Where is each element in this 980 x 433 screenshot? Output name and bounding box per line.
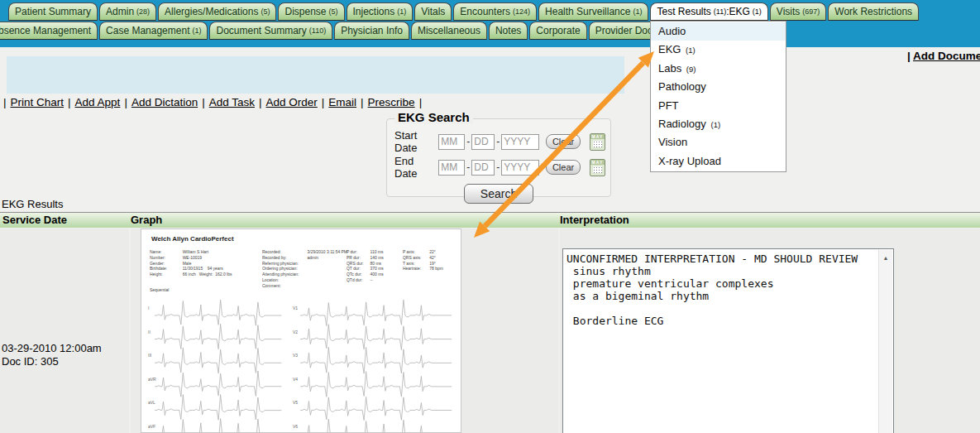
start-month-input[interactable] — [438, 134, 465, 150]
tab-case-management[interactable]: Case Management(1) — [99, 22, 208, 40]
measurements-block-1: P dur:110 msPR dur:140 msQRS dur:80 msQT… — [347, 249, 403, 283]
ekg-graph-thumbnail[interactable]: Welch Allyn CardioPerfect Name:William S… — [141, 229, 461, 433]
svg-text:aVL: aVL — [148, 400, 155, 405]
pipe: | — [3, 96, 7, 108]
end-day-input[interactable] — [471, 160, 495, 176]
svg-text:V5: V5 — [293, 400, 298, 405]
report-title: Welch Allyn CardioPerfect — [151, 235, 234, 243]
test-results-dropdown: AudioEKG (1)Labs (9)PathologyPFTRadiolog… — [650, 21, 786, 172]
tab-work-restrictions[interactable]: Work Restrictions — [828, 2, 919, 21]
tab-visits[interactable]: Visits(697) — [770, 2, 826, 21]
pipe: | — [419, 96, 423, 108]
svg-text:V4: V4 — [293, 377, 298, 382]
end-year-input[interactable] — [501, 160, 539, 176]
pipe: | — [322, 96, 325, 108]
interpretation-text: UNCONFIRMED INTERPRETATION - MD SHOULD R… — [563, 249, 893, 330]
dropdown-item-x-ray-upload[interactable]: X-ray Upload — [651, 152, 786, 171]
add-document-link[interactable]: Add Document — [913, 50, 980, 62]
tab-row-2: Absence ManagementCase Management(1)Docu… — [0, 21, 980, 40]
search-button-row: Search — [387, 184, 610, 204]
date-separator: - — [496, 161, 500, 173]
scrollbar[interactable]: ▲ — [878, 250, 892, 433]
results-table-header: Service Date Graph Interpretation — [0, 212, 980, 228]
ekg-search-panel: Start Date - - Clear MAY End Date - - Cl… — [386, 118, 611, 197]
svg-text:II: II — [148, 330, 151, 334]
action-links: |Print Chart|Add Appt|Add Dictation|Add … — [2, 96, 423, 108]
tab-row-1: Patient SummaryAdmin(28)Allergies/Medica… — [0, 0, 980, 21]
service-date-text: 03-29-2010 12:00am Doc ID: 305 — [2, 342, 102, 368]
tab-absence-management[interactable]: Absence Management — [0, 22, 98, 40]
patient-info-block: Name:William S HartNumber:WE-10019Gender… — [150, 249, 252, 277]
end-date-row: End Date - - Clear MAY — [394, 158, 605, 176]
doc-id-value: Doc ID: 305 — [2, 355, 102, 368]
tab-injections[interactable]: Injections(1) — [347, 2, 414, 21]
calendar-month-label: MAY — [590, 134, 605, 139]
tab-health-surveillance[interactable]: Health Surveillance(1) — [538, 2, 648, 21]
tab-corporate[interactable]: Corporate — [529, 22, 586, 40]
add-dictation-link[interactable]: Add Dictation — [131, 96, 198, 108]
scroll-up-icon: ▲ — [879, 255, 892, 261]
start-year-input[interactable] — [501, 134, 539, 150]
tab-dispense[interactable]: Dispense(5) — [278, 2, 344, 21]
calendar-grid — [593, 141, 602, 147]
tab-document-summary[interactable]: Document Summary(110) — [209, 22, 332, 40]
tab-physician-info[interactable]: Physician Info — [334, 22, 409, 40]
svg-text:V3: V3 — [293, 353, 298, 358]
ekg-search-legend: EKG Search — [394, 110, 473, 124]
pipe: | — [68, 96, 71, 108]
dropdown-item-audio[interactable]: Audio — [651, 22, 786, 41]
svg-text:V6: V6 — [293, 424, 298, 429]
pipe: | — [907, 50, 913, 62]
dropdown-item-vision[interactable]: Vision — [651, 133, 786, 152]
end-date-clear-button[interactable]: Clear — [546, 160, 581, 175]
add-task-link[interactable]: Add Task — [209, 96, 255, 108]
tab-miscellaneous[interactable]: Miscellaneous — [411, 22, 487, 40]
start-date-row: Start Date - - Clear MAY — [394, 132, 605, 151]
service-date-value: 03-29-2010 12:00am — [2, 342, 102, 355]
prescribe-link[interactable]: Prescribe — [368, 96, 415, 108]
tab-vitals[interactable]: Vitals — [414, 2, 452, 21]
print-chart-link[interactable]: Print Chart — [11, 96, 65, 108]
tab-allergies-medications[interactable]: Allergies/Medications(5) — [158, 2, 276, 21]
end-month-input[interactable] — [438, 160, 465, 176]
dropdown-item-radiology[interactable]: Radiology (1) — [651, 115, 786, 133]
ekg-waveforms: IV1IIV2IIIV3aVRV4aVLV5aVFV6 — [143, 299, 461, 433]
svg-text:aVR: aVR — [148, 377, 156, 382]
dropdown-item-labs[interactable]: Labs (9) — [651, 60, 786, 78]
ekg-results-title: EKG Results — [2, 198, 63, 210]
svg-text:I: I — [148, 306, 149, 310]
end-date-calendar-icon[interactable]: MAY — [590, 159, 605, 176]
tab-patient-summary[interactable]: Patient Summary — [8, 2, 98, 21]
calendar-grid — [593, 166, 602, 173]
start-date-clear-button[interactable]: Clear — [546, 134, 581, 149]
tab-test-results[interactable]: Test Results(11):EKG(1) — [650, 2, 767, 21]
interpretation-textarea[interactable]: UNCONFIRMED INTERPRETATION - MD SHOULD R… — [562, 248, 894, 433]
dropdown-item-ekg[interactable]: EKG (1) — [651, 41, 786, 59]
date-separator: - — [466, 161, 470, 173]
tab-notes[interactable]: Notes — [489, 22, 528, 40]
dropdown-item-pathology[interactable]: Pathology — [651, 78, 786, 96]
service-date-cell — [0, 229, 129, 433]
calendar-month-label: MAY — [590, 160, 605, 165]
add-appt-link[interactable]: Add Appt — [75, 96, 121, 108]
tab-encounters[interactable]: Encounters(124) — [453, 2, 537, 21]
pipe: | — [361, 96, 364, 108]
svg-text:V1: V1 — [293, 306, 298, 310]
column-header-graph: Graph — [131, 213, 162, 228]
column-header-interpretation: Interpretation — [560, 213, 629, 228]
measurements-block-2: P axis:22°QRS axis:42°T axis:19°Heartrat… — [403, 249, 459, 272]
start-date-label: Start Date — [394, 129, 438, 154]
search-button[interactable]: Search — [464, 184, 533, 204]
add-order-link[interactable]: Add Order — [266, 96, 318, 108]
pipe: | — [202, 96, 205, 108]
tab-bar: Patient SummaryAdmin(28)Allergies/Medica… — [0, 0, 980, 47]
start-day-input[interactable] — [471, 134, 495, 150]
start-date-calendar-icon[interactable]: MAY — [590, 133, 605, 151]
date-separator: - — [496, 136, 500, 147]
tab-admin[interactable]: Admin(28) — [99, 2, 156, 21]
dropdown-item-pft[interactable]: PFT — [651, 97, 786, 115]
sequential-label: Sequential — [150, 287, 169, 293]
email-link[interactable]: Email — [328, 96, 356, 108]
end-date-label: End Date — [394, 155, 438, 180]
column-header-service-date: Service Date — [2, 213, 67, 228]
